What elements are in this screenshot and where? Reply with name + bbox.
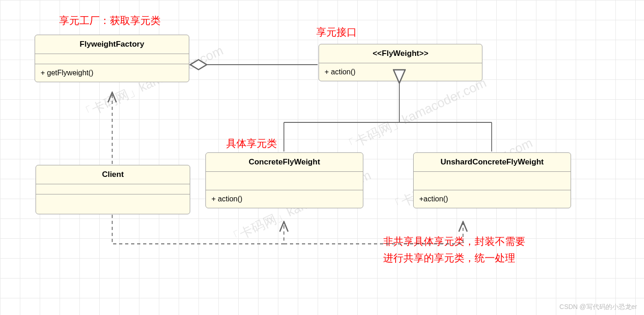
class-title: <<FlyWeight>> — [319, 44, 482, 63]
annotation-factory: 享元工厂：获取享元类 — [59, 14, 161, 28]
class-ops: + action() — [206, 190, 363, 208]
class-unshared-flyweight: UnshardConcreteFlyWeight +action() — [413, 152, 571, 208]
class-title: Client — [36, 165, 190, 184]
class-flyweight-factory: FlyweightFactory + getFlyweight() — [35, 35, 189, 82]
class-ops: + getFlyweight() — [35, 64, 189, 82]
annotation-unshared-2: 进行共享的享元类，统一处理 — [383, 251, 515, 265]
annotation-interface: 享元接口 — [316, 25, 357, 39]
class-attrs — [414, 172, 571, 190]
class-ops: +action() — [414, 190, 571, 208]
credit-watermark: CSDN @写代码的小恐龙er — [560, 303, 637, 311]
annotation-unshared-1: 非共享具体享元类，封装不需要 — [383, 235, 525, 248]
class-attrs — [35, 54, 189, 64]
class-attrs — [36, 184, 190, 194]
class-attrs — [206, 172, 363, 190]
annotation-concrete: 具体享元类 — [226, 137, 277, 151]
class-ops: + action() — [319, 63, 482, 81]
class-title: ConcreteFlyWeight — [206, 153, 363, 172]
class-title: FlyweightFactory — [35, 35, 189, 54]
class-client: Client — [36, 165, 190, 214]
class-ops — [36, 194, 190, 214]
class-title: UnshardConcreteFlyWeight — [414, 153, 571, 172]
class-concrete-flyweight: ConcreteFlyWeight + action() — [205, 152, 363, 208]
class-flyweight-interface: <<FlyWeight>> + action() — [319, 44, 482, 81]
